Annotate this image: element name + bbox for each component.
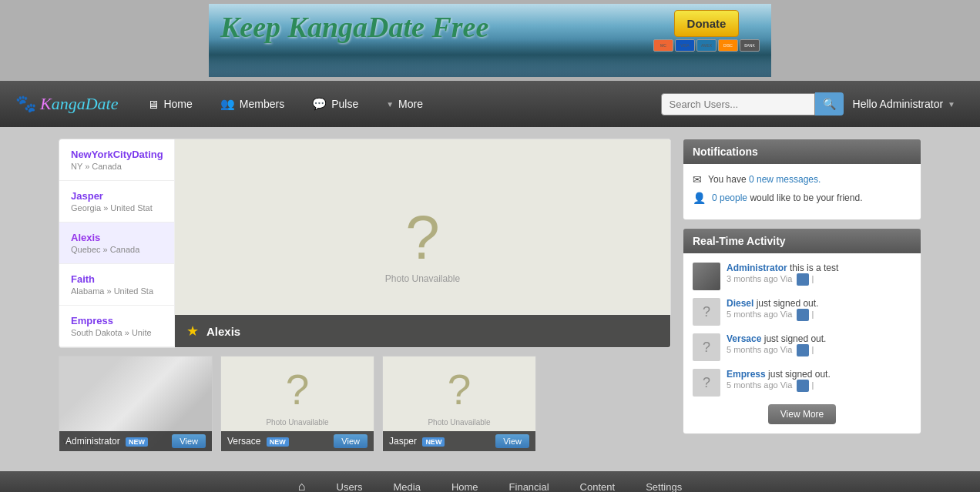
activity-text: Versace just signed out. 5 months ago Vi… — [727, 333, 911, 356]
more-label: More — [398, 98, 423, 110]
paw-icon: 🐾 — [15, 94, 36, 114]
avatar: ? — [693, 369, 720, 397]
notifications-panel: Notifications ✉ You have 0 new messages.… — [683, 139, 921, 220]
member-location: Alabama » United Sta — [71, 286, 163, 296]
members-label: Members — [240, 98, 284, 110]
recent-member-card: wallpap Administrator NEW View — [59, 356, 213, 452]
chevron-down-icon: ▼ — [386, 100, 394, 109]
main-nav: 🐾 KangaDate 🖥 Home 👥 Members 💬 Pulse ▼ M… — [0, 81, 980, 127]
bottom-nav-settings[interactable]: Settings — [630, 475, 697, 493]
member-location: South Dakota » Unite — [71, 328, 163, 337]
nav-home[interactable]: 🖥 Home — [133, 92, 206, 117]
question-mark-icon: ? — [448, 365, 472, 414]
member-list-items: NewYorkCityDating NY » Canada Jasper Geo… — [59, 139, 174, 347]
friends-notif: 👤 0 people would like to be your friend. — [693, 192, 911, 204]
via-icon — [797, 309, 809, 321]
activity-item: ? Empress just signed out. 5 months ago … — [693, 369, 911, 397]
avatar: ? — [693, 298, 720, 326]
donate-area: Donate MC VISA AMEX DISC BANK — [653, 10, 760, 52]
activity-time: 3 months ago Via | — [727, 273, 911, 286]
envelope-icon: ✉ — [693, 173, 702, 186]
card-footer-versace: Versace NEW View — [221, 431, 374, 451]
activity-item: ? Diesel just signed out. 5 months ago V… — [693, 298, 911, 326]
members-icon: 👥 — [220, 97, 235, 111]
realtime-body: Administrator this is a test 3 months ag… — [683, 253, 921, 433]
activity-time: 5 months ago Via | — [727, 344, 911, 356]
question-mark-icon: ? — [405, 202, 440, 273]
search-input[interactable] — [661, 93, 815, 115]
notif-messages-text: You have 0 new messages. — [708, 174, 821, 185]
friends-link[interactable]: 0 people — [712, 192, 747, 203]
amex-icon: AMEX — [696, 39, 717, 52]
home-label: Home — [163, 98, 192, 110]
avatar — [693, 263, 720, 290]
user-dropdown-arrow: ▼ — [948, 100, 955, 109]
view-more-button[interactable]: View More — [768, 404, 836, 424]
list-item[interactable]: Alexis Quebec » Canada — [59, 223, 174, 264]
mastercard-icon: MC — [653, 39, 673, 52]
bottom-nav-users[interactable]: Users — [321, 475, 378, 493]
list-item[interactable]: Empress South Dakota » Unite — [59, 306, 174, 347]
profile-panel: NewYorkCityDating NY » Canada Jasper Geo… — [59, 139, 671, 348]
selected-member-bar: ★ Alexis — [175, 315, 670, 347]
recent-member-card: ? Photo Unavailable Versace NEW View — [220, 356, 374, 452]
home-icon: 🖥 — [147, 98, 159, 111]
search-button[interactable]: 🔍 — [815, 92, 844, 115]
member-name: Alexis — [71, 232, 163, 243]
new-badge: NEW — [422, 437, 445, 447]
bottom-nav-content[interactable]: Content — [565, 475, 631, 493]
card-footer-admin: Administrator NEW View — [59, 431, 212, 451]
left-center-area: NewYorkCityDating NY » Canada Jasper Geo… — [59, 139, 671, 452]
activity-username[interactable]: Administrator — [727, 263, 787, 273]
user-greeting: Hello Administrator — [853, 98, 944, 110]
nav-logo[interactable]: 🐾 KangaDate — [15, 94, 118, 114]
visa-icon: VISA — [675, 39, 695, 52]
realtime-panel: Real-Time Activity Administrator this is… — [683, 228, 921, 434]
member-name: Empress — [71, 315, 163, 326]
activity-time: 5 months ago Via | — [727, 380, 911, 392]
pulse-icon: 💬 — [312, 97, 327, 111]
bank-icon: BANK — [740, 39, 760, 52]
activity-username[interactable]: Diesel — [727, 298, 753, 309]
card-member-name: Jasper — [389, 436, 417, 447]
activity-time: 5 months ago Via | — [727, 309, 911, 321]
card-footer-jasper: Jasper NEW View — [383, 431, 535, 451]
messages-notif: ✉ You have 0 new messages. — [693, 173, 911, 186]
bottom-nav: ⌂ Users Media Home Financial Content Set… — [0, 471, 980, 492]
bottom-nav-home[interactable]: Home — [436, 475, 494, 493]
view-button[interactable]: View — [495, 434, 529, 448]
list-item[interactable]: Faith Alabama » United Sta — [59, 264, 174, 306]
new-badge: NEW — [126, 437, 148, 447]
new-badge: NEW — [267, 437, 289, 447]
via-icon — [797, 380, 809, 392]
photo-unavailable-label: Photo Unavailable — [385, 273, 460, 284]
nav-pulse[interactable]: 💬 Pulse — [298, 91, 372, 117]
nav-members[interactable]: 👥 Members — [206, 91, 298, 117]
notif-friends-text: 0 people would like to be your friend. — [712, 192, 862, 203]
activity-text: Empress just signed out. 5 months ago Vi… — [727, 369, 911, 392]
search-area: 🔍 — [661, 92, 844, 115]
person-icon: 👤 — [693, 192, 706, 204]
activity-username[interactable]: Versace — [727, 333, 761, 344]
activity-username[interactable]: Empress — [727, 369, 766, 380]
member-name: Faith — [71, 273, 163, 285]
photo-unavailable: ? Photo Unavailable — [385, 202, 460, 284]
view-button[interactable]: View — [334, 434, 368, 448]
card-member-name: Administrator — [65, 436, 120, 447]
nav-more[interactable]: ▼ More — [372, 92, 437, 116]
bottom-nav-media[interactable]: Media — [378, 475, 435, 493]
card-member-name: Versace — [227, 436, 260, 447]
disc-icon: DISC — [718, 39, 738, 52]
nav-user[interactable]: Hello Administrator ▼ — [844, 92, 965, 116]
bottom-home-icon[interactable]: ⌂ — [283, 480, 321, 492]
view-button[interactable]: View — [172, 434, 206, 448]
list-item[interactable]: NewYorkCityDating NY » Canada — [59, 139, 174, 181]
members-list: NewYorkCityDating NY » Canada Jasper Geo… — [59, 139, 175, 347]
card-icons: MC VISA AMEX DISC BANK — [653, 39, 760, 52]
bottom-nav-financial[interactable]: Financial — [494, 475, 565, 493]
donate-button[interactable]: Donate — [674, 10, 740, 37]
avatar: ? — [693, 333, 720, 361]
messages-link[interactable]: 0 new messages. — [749, 174, 821, 185]
photo-label: Photo Unavailable — [221, 418, 374, 427]
list-item[interactable]: Jasper Georgia » United Stat — [59, 181, 174, 223]
